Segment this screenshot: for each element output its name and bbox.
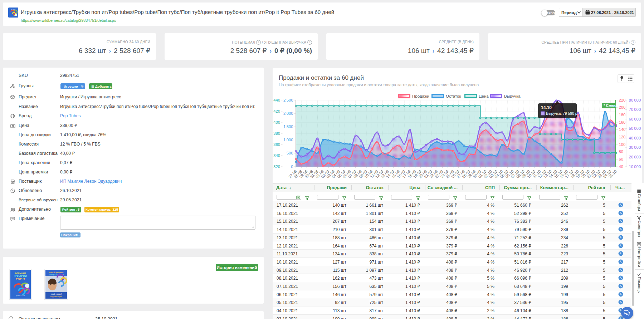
svg-text:POP IT: POP IT [16, 278, 25, 281]
svg-text:120: 120 [619, 135, 626, 139]
svg-text:220: 220 [619, 98, 626, 102]
svg-text:160: 160 [619, 120, 626, 124]
svg-text:длина 17 см: длина 17 см [16, 295, 25, 296]
svg-text:1 000: 1 000 [283, 138, 293, 142]
svg-text:30 000: 30 000 [629, 145, 641, 149]
svg-text:БОЛЬШИЕ: БОЛЬШИЕ [15, 272, 26, 274]
svg-text:новый формат: новый формат [49, 271, 64, 274]
svg-text:Выручка: 79 590 р: Выручка: 79 590 р [546, 112, 577, 116]
svg-text:360: 360 [273, 142, 280, 147]
svg-text:0: 0 [291, 165, 293, 169]
svg-text:POP IT: POP IT [11, 9, 16, 10]
svg-text:* Смена ц: * Смена ц [604, 104, 621, 108]
svg-text:20 000: 20 000 [629, 155, 641, 159]
svg-text:1 500: 1 500 [283, 124, 293, 129]
svg-text:80 000: 80 000 [629, 98, 641, 102]
svg-text:420: 420 [273, 109, 280, 113]
svg-text:40: 40 [619, 165, 624, 169]
svg-text:340: 340 [273, 153, 280, 158]
svg-text:10 000: 10 000 [629, 165, 641, 169]
svg-text:50 000: 50 000 [629, 126, 641, 131]
svg-text:14.10: 14.10 [541, 105, 552, 110]
svg-text:60: 60 [619, 157, 624, 161]
svg-text:180: 180 [619, 113, 626, 117]
svg-text:ТРУБОЧКИ: ТРУБОЧКИ [14, 275, 27, 277]
svg-text:играй с водой: играй с водой [51, 293, 62, 295]
svg-text:40 000: 40 000 [629, 136, 641, 140]
svg-text:200: 200 [619, 105, 626, 109]
svg-text:игрушкиширяй: игрушкиширяй [50, 295, 62, 298]
svg-text:2 000: 2 000 [283, 111, 293, 116]
svg-text:440: 440 [273, 98, 280, 102]
svg-text:320: 320 [273, 165, 280, 169]
svg-text:380: 380 [273, 131, 280, 136]
svg-text:70 000: 70 000 [629, 107, 641, 112]
svg-text:500: 500 [287, 151, 293, 155]
svg-text:2 500: 2 500 [283, 98, 293, 102]
svg-text:60 000: 60 000 [629, 117, 641, 121]
svg-text:80: 80 [619, 149, 624, 154]
svg-text:140: 140 [619, 127, 626, 132]
svg-text:100: 100 [619, 142, 626, 147]
svg-text:400: 400 [273, 120, 280, 124]
